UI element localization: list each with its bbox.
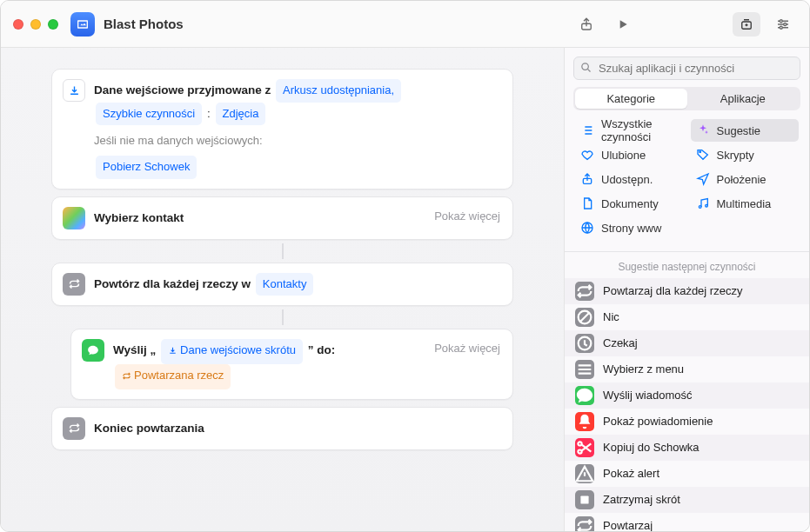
run-button[interactable] [609,12,637,37]
suggestions-heading: Sugestie następnej czynności [565,261,809,273]
scissor-icon [575,438,594,457]
select-contact-action[interactable]: Wybierz kontakt Pokaż więcej [51,196,513,240]
show-more-button[interactable]: Pokaż więcej [434,342,500,355]
input-source-token[interactable]: Arkusz udostępniania, [276,79,401,103]
window-title: Blast Photos [104,17,184,31]
suggestion-item[interactable]: Pokaż powiadomienie [565,409,809,435]
svg-point-2 [780,19,782,22]
suggestion-item[interactable]: Czekaj [565,330,809,356]
suggestion-item[interactable]: Wyślij wiadomość [565,382,809,409]
category-label: Położenie [717,173,766,186]
share-button[interactable] [572,12,600,37]
suggestion-item[interactable]: Pokaż alert [565,461,809,487]
category-label: Sugestie [717,124,761,137]
library-toggle-button[interactable] [733,12,760,37]
bell-icon [575,412,594,431]
repeat-icon [63,273,85,296]
svg-point-6 [699,151,700,153]
download-icon [63,79,85,102]
action-title: Powtórz dla każdej rzeczy w [94,277,251,290]
suggestion-item[interactable]: Powtarzaj dla każdej rzeczy [565,278,809,304]
category-label: Ulubione [601,149,646,162]
suggestion-label: Kopiuj do Schowka [603,441,700,454]
divider [565,251,809,252]
suggestion-list: Powtarzaj dla każdej rzeczyNicCzekajWybi… [565,278,809,532]
minimize-window-button[interactable] [30,19,41,30]
toolbar-left-group [572,12,637,37]
category-sparkle[interactable]: Sugestie [691,119,800,142]
share-icon [580,172,594,186]
input-definition-card[interactable]: Dane wejściowe przyjmowane z Arkusz udos… [51,69,513,190]
category-share[interactable]: Udostępn. [575,168,684,190]
svg-point-9 [705,204,707,207]
titlebar: Blast Photos [1,1,809,48]
search-input[interactable] [573,57,800,80]
suggestion-item[interactable]: Zatrzymaj skrót [565,487,809,513]
end-repeat-action[interactable]: Koniec powtarzania [51,407,513,450]
repeat-item-token[interactable]: Powtarzana rzecz [115,364,231,389]
suggestion-label: Pokaż alert [603,467,659,480]
window-controls [13,19,58,30]
svg-point-4 [780,26,782,29]
repeat-each-action[interactable]: Powtórz dla każdej rzeczy w Kontakty [51,263,513,307]
category-doc[interactable]: Dokumenty [575,192,684,215]
segment-apps[interactable]: Aplikacje [687,89,800,109]
token-separator: : [207,107,211,120]
suggestion-item[interactable]: Kopiuj do Schowka [565,435,809,461]
category-label: Skrypty [717,149,754,162]
category-nav[interactable]: Położenie [691,168,800,190]
category-tag[interactable]: Skrypty [691,143,800,166]
suggestion-item[interactable]: Wybierz z menu [565,356,809,382]
tag-icon [696,148,710,162]
send-message-action[interactable]: Wyślij „ Dane wejściowe skrótu ” do: Pow… [70,329,513,399]
suggestion-item[interactable]: Nic [565,304,809,330]
suggestion-label: Czekaj [603,336,638,349]
category-music[interactable]: Multimedia [691,192,800,215]
contacts-app-icon [63,207,85,229]
flow-connector [282,243,284,259]
input-source-token[interactable]: Szybkie czynności [96,103,202,126]
toolbar-right-group [733,12,797,37]
input-label: Dane wejściowe przyjmowane z [94,83,271,96]
shortcut-input-token[interactable]: Dane wejściowe skrótu [161,339,303,364]
suggestion-label: Wyślij wiadomość [603,389,692,402]
repeat-icon [63,417,85,440]
category-list[interactable]: Wszystkie czynności [575,119,684,142]
suggestion-item[interactable]: Powtarzaj [565,513,809,532]
globe-icon [580,221,594,235]
input-type-token[interactable]: Zdjęcia [216,103,266,126]
fallback-action-token[interactable]: Pobierz Schowek [96,156,197,179]
suggestion-label: Nic [603,310,619,323]
bubble-icon [575,386,594,405]
empty-icon [575,308,594,327]
fallback-label: Jeśli nie ma danych wejściowych: [94,130,500,152]
action-title: Wybierz kontakt [94,211,184,224]
alert-icon [575,464,594,483]
list-icon [580,123,594,137]
repeat-variable-token[interactable]: Kontakty [256,273,314,296]
category-label: Dokumenty [601,197,659,210]
repeat-icon [575,516,594,532]
category-grid: Wszystkie czynnościSugestieUlubioneSkryp… [575,119,799,239]
music-icon [696,196,710,210]
messages-app-icon [82,339,104,362]
action-title: Koniec powtarzania [94,422,204,435]
svg-rect-15 [580,495,588,503]
nav-icon [696,172,710,186]
suggestion-label: Powtarzaj dla każdej rzeczy [603,284,742,297]
segment-categories[interactable]: Kategorie [575,89,687,109]
sparkle-icon [696,123,710,137]
category-label: Multimedia [717,197,772,210]
zoom-window-button[interactable] [48,19,58,30]
send-prefix: Wyślij „ [113,343,156,356]
search-icon [579,61,592,77]
category-label: Wszystkie czynności [601,117,679,143]
library-segmented-control[interactable]: Kategorie Aplikacje [573,87,800,110]
category-globe[interactable]: Strony www [575,216,684,239]
heart-icon [580,148,594,162]
settings-toggle-button[interactable] [769,12,797,37]
close-window-button[interactable] [13,19,23,30]
category-heart[interactable]: Ulubione [575,143,684,166]
search-field-wrap [573,57,800,80]
show-more-button[interactable]: Pokaż więcej [434,209,500,223]
